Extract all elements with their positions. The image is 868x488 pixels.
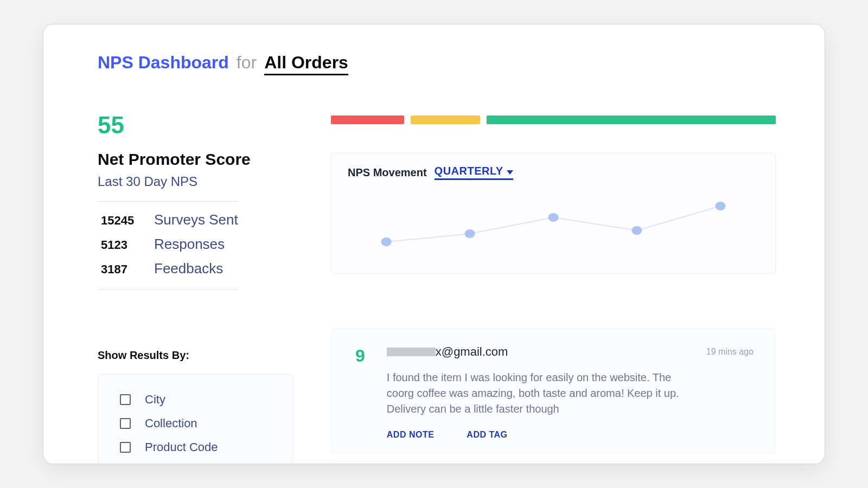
nps-score-sublabel: Last 30 Day NPS xyxy=(98,174,298,189)
add-tag-button[interactable]: ADD TAG xyxy=(467,430,507,440)
svg-point-4 xyxy=(715,202,725,210)
stat-label: Feedbacks xyxy=(154,260,223,277)
svg-point-1 xyxy=(465,229,475,238)
chart-range-selector[interactable]: QUARTERLY xyxy=(435,165,513,180)
divider xyxy=(98,289,239,290)
left-column: 55 Net Promoter Score Last 30 Day NPS 15… xyxy=(98,113,298,464)
stats-list: 15245 Surveys Sent 5123 Responses 3187 F… xyxy=(98,211,298,277)
feedback-text: I found the item I was looking for easil… xyxy=(387,370,691,417)
feedback-score: 9 xyxy=(355,347,365,440)
filter-label: Collection xyxy=(145,416,197,431)
nps-movement-card: NPS Movement QUARTERLY xyxy=(331,152,776,274)
nps-segment-bar xyxy=(331,115,776,124)
feedback-time: 19 mins ago xyxy=(706,347,754,357)
stat-label: Surveys Sent xyxy=(154,211,238,228)
redacted-email-prefix xyxy=(387,348,436,356)
checkbox-icon xyxy=(120,442,131,453)
chart-area xyxy=(348,188,759,264)
segment xyxy=(411,115,480,124)
stat-row: 15245 Surveys Sent xyxy=(98,211,298,228)
stat-row: 5123 Responses xyxy=(98,236,298,253)
feedback-body: x@gmail.com 19 mins ago I found the item… xyxy=(387,345,754,440)
stat-value: 15245 xyxy=(98,214,136,228)
dashboard-frame: NPS Dashboard for All Orders 55 Net Prom… xyxy=(43,24,825,464)
filters-title: Show Results By: xyxy=(98,349,298,362)
chart-range-label: QUARTERLY xyxy=(435,165,503,177)
add-note-button[interactable]: ADD NOTE xyxy=(387,430,435,440)
segment xyxy=(487,115,776,124)
checkbox-icon xyxy=(120,418,131,429)
feedback-actions: ADD NOTE ADD TAG xyxy=(387,430,754,440)
svg-point-2 xyxy=(548,213,559,222)
page-header: NPS Dashboard for All Orders xyxy=(98,53,776,75)
page-title: NPS Dashboard xyxy=(98,53,229,73)
header-for-label: for xyxy=(237,53,257,73)
feedback-top-row: x@gmail.com 19 mins ago xyxy=(387,345,754,359)
filter-label: Product Code xyxy=(145,440,218,454)
chart-title: NPS Movement xyxy=(348,166,427,179)
line-chart xyxy=(348,188,759,264)
nps-score-label: Net Promoter Score xyxy=(98,150,298,169)
checkbox-icon xyxy=(120,394,131,405)
stat-label: Responses xyxy=(154,236,225,253)
svg-point-3 xyxy=(631,226,642,235)
filter-label: City xyxy=(145,393,165,407)
chart-header: NPS Movement QUARTERLY xyxy=(348,165,759,180)
scope-selector[interactable]: All Orders xyxy=(264,53,348,75)
divider xyxy=(98,201,239,202)
filter-item-collection[interactable]: Collection xyxy=(120,416,271,431)
feedback-card: 9 x@gmail.com 19 mins ago I found the it… xyxy=(331,328,776,453)
stat-row: 3187 Feedbacks xyxy=(98,260,298,277)
stat-value: 5123 xyxy=(98,238,136,252)
segment xyxy=(331,115,404,124)
filters-box: City Collection Product Code Delivery Ti… xyxy=(98,374,293,464)
right-column: NPS Movement QUARTERLY 9 x@gmail.com xyxy=(331,113,776,464)
filter-item-city[interactable]: City xyxy=(120,393,271,407)
feedback-email: x@gmail.com xyxy=(436,345,508,359)
nps-score-value: 55 xyxy=(98,113,298,137)
filter-item-product-code[interactable]: Product Code xyxy=(120,440,271,454)
svg-point-0 xyxy=(381,237,392,246)
feedback-card-placeholder xyxy=(331,461,776,464)
chevron-down-icon xyxy=(507,170,513,175)
stat-value: 3187 xyxy=(98,262,136,277)
